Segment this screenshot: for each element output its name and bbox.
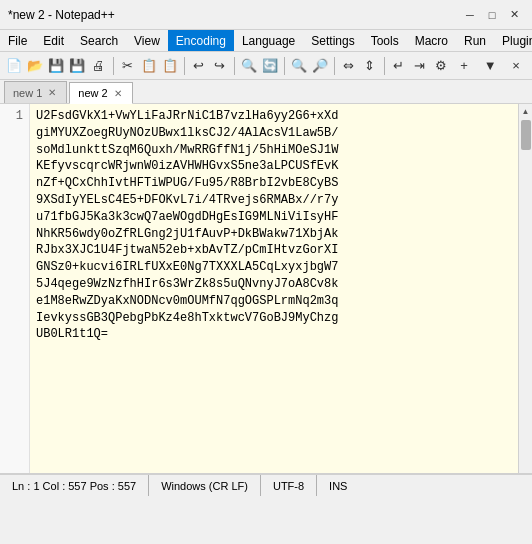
menu-settings[interactable]: Settings (303, 30, 362, 51)
tb-new[interactable]: 📄 (4, 55, 24, 77)
menu-view[interactable]: View (126, 30, 168, 51)
tb-close-toolbar[interactable]: × (504, 55, 528, 77)
menu-tools[interactable]: Tools (363, 30, 407, 51)
tb-saveall[interactable]: 💾 (67, 55, 87, 77)
editor-content[interactable]: U2FsdGVkX1+VwYLiFaJRrNiC1B7vzlHa6yy2G6+x… (30, 104, 518, 473)
tb-paste[interactable]: 📋 (160, 55, 180, 77)
tb-print[interactable]: 🖨 (88, 55, 108, 77)
vertical-scrollbar[interactable]: ▲ (518, 104, 532, 473)
toolbar-separator-4 (284, 57, 285, 75)
status-line-ending: Windows (CR LF) (149, 475, 261, 496)
tb-save[interactable]: 💾 (46, 55, 66, 77)
tb-redo[interactable]: ↪ (210, 55, 230, 77)
tb-zoom-out[interactable]: 🔎 (310, 55, 330, 77)
tb-add[interactable]: + (452, 55, 476, 77)
tab-new2[interactable]: new 2 ✕ (69, 82, 132, 104)
toolbar-separator-2 (184, 57, 185, 75)
close-button[interactable]: ✕ (504, 6, 524, 24)
scroll-thumb[interactable] (521, 120, 531, 150)
scroll-up-arrow[interactable]: ▲ (519, 104, 533, 118)
tab-new1-close[interactable]: ✕ (46, 86, 58, 99)
tb-sync-h[interactable]: ⇔ (339, 55, 359, 77)
menu-file[interactable]: File (0, 30, 35, 51)
toolbar-separator-3 (234, 57, 235, 75)
minimize-button[interactable]: ─ (460, 6, 480, 24)
editor-container: 1 U2FsdGVkX1+VwYLiFaJRrNiC1B7vzlHa6yy2G6… (0, 104, 532, 474)
toolbar-right: + ▼ × (452, 55, 528, 77)
status-bar: Ln : 1 Col : 557 Pos : 557 Windows (CR L… (0, 474, 532, 496)
maximize-button[interactable]: □ (482, 6, 502, 24)
tb-wrap[interactable]: ↵ (389, 55, 409, 77)
menu-search[interactable]: Search (72, 30, 126, 51)
title-bar: *new 2 - Notepad++ ─ □ ✕ (0, 0, 532, 30)
tb-zoom-in[interactable]: 🔍 (289, 55, 309, 77)
toolbar-separator-1 (113, 57, 114, 75)
tb-undo[interactable]: ↩ (189, 55, 209, 77)
tab-new1-label: new 1 (13, 87, 42, 99)
tb-open[interactable]: 📂 (25, 55, 45, 77)
window-controls: ─ □ ✕ (460, 6, 524, 24)
window-title: *new 2 - Notepad++ (8, 8, 115, 22)
tb-cut[interactable]: ✂ (117, 55, 137, 77)
line-number-1: 1 (6, 108, 23, 125)
tb-replace[interactable]: 🔄 (260, 55, 280, 77)
status-encoding: UTF-8 (261, 475, 317, 496)
tb-copy[interactable]: 📋 (139, 55, 159, 77)
tab-new2-close[interactable]: ✕ (112, 87, 124, 100)
toolbar: 📄 📂 💾 💾 🖨 ✂ 📋 📋 ↩ ↪ 🔍 🔄 🔍 🔎 ⇔ ⇕ ↵ ⇥ ⚙ + … (0, 52, 532, 80)
menu-encoding[interactable]: Encoding (168, 30, 234, 51)
tab-new2-label: new 2 (78, 87, 107, 99)
menu-edit[interactable]: Edit (35, 30, 72, 51)
tab-new1[interactable]: new 1 ✕ (4, 81, 67, 103)
toolbar-separator-6 (384, 57, 385, 75)
tb-settings[interactable]: ⚙ (431, 55, 451, 77)
menu-language[interactable]: Language (234, 30, 303, 51)
toolbar-separator-5 (334, 57, 335, 75)
line-numbers: 1 (0, 104, 30, 473)
tb-menu-down[interactable]: ▼ (478, 55, 502, 77)
menu-bar: File Edit Search View Encoding Language … (0, 30, 532, 52)
menu-macro[interactable]: Macro (407, 30, 456, 51)
tb-sync-v[interactable]: ⇕ (360, 55, 380, 77)
tb-indent[interactable]: ⇥ (410, 55, 430, 77)
tb-find[interactable]: 🔍 (239, 55, 259, 77)
status-position: Ln : 1 Col : 557 Pos : 557 (0, 475, 149, 496)
status-mode: INS (317, 475, 359, 496)
menu-plugins[interactable]: Plugins (494, 30, 532, 51)
menu-run[interactable]: Run (456, 30, 494, 51)
tab-bar: new 1 ✕ new 2 ✕ (0, 80, 532, 104)
